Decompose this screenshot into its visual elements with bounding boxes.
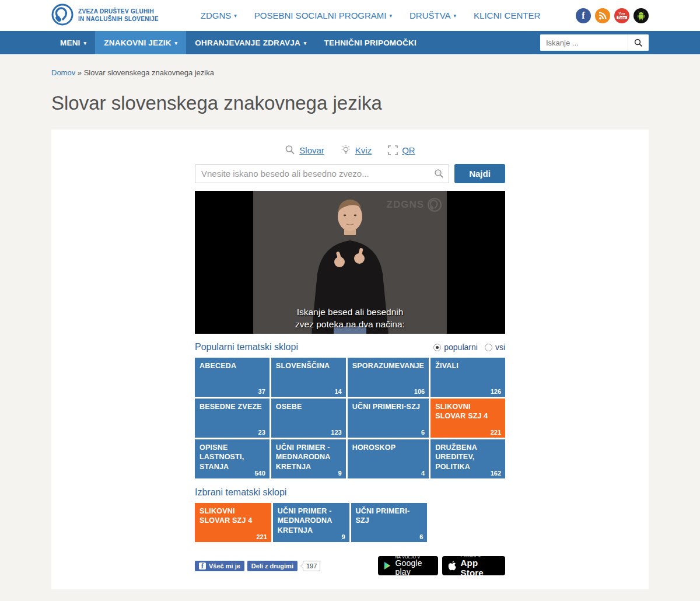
category-tile-ucni-primeri-szj[interactable]: UČNI PRIMERI-SZJ 6 bbox=[348, 399, 429, 438]
nav-item-tehnicni-pripomocki[interactable]: TEHNIČNI PRIPOMOČKI bbox=[316, 31, 425, 54]
tile-count: 23 bbox=[258, 429, 265, 436]
tile-count: 14 bbox=[334, 388, 341, 395]
tile-count: 123 bbox=[331, 429, 341, 436]
caret-down-icon: ▾ bbox=[454, 13, 457, 19]
caret-down-icon: ▾ bbox=[175, 41, 178, 46]
popular-section-title: Popularni tematski sklopi bbox=[195, 342, 298, 352]
tile-count: 37 bbox=[258, 388, 265, 395]
caret-down-icon: ▾ bbox=[84, 41, 87, 46]
breadcrumb-home-link[interactable]: Domov bbox=[51, 68, 75, 77]
site-search bbox=[540, 31, 649, 54]
top-nav: ZDGNS▾ POSEBNI SOCIALNI PROGRAMI▾ DRUŠTV… bbox=[201, 11, 541, 20]
top-nav-drustva[interactable]: DRUŠTVA▾ bbox=[410, 11, 456, 20]
category-tile-besedne-zveze[interactable]: BESEDNE ZVEZE 23 bbox=[195, 399, 270, 438]
bulb-icon bbox=[341, 145, 351, 155]
category-tile-opisne-lastnosti[interactable]: OPISNE LASTNOSTI, STANJA 540 bbox=[195, 439, 270, 478]
tile-count: 106 bbox=[414, 388, 425, 395]
app-store-badges: NA VOLJO V Google play Prenos iz App Sto… bbox=[378, 556, 505, 575]
facebook-share-button[interactable]: Deli z drugimi bbox=[247, 561, 298, 571]
breadcrumb: Domov » Slovar slovenskega znakovnega je… bbox=[51, 54, 649, 77]
search-icon bbox=[285, 145, 295, 155]
nav-item-meni[interactable]: MENI▾ bbox=[51, 31, 95, 54]
tile-count: 126 bbox=[491, 388, 501, 395]
app-store-badge[interactable]: Prenos iz App Store bbox=[442, 556, 505, 575]
tile-count: 540 bbox=[255, 470, 265, 477]
tile-count: 221 bbox=[491, 429, 501, 436]
caret-down-icon: ▾ bbox=[234, 13, 237, 19]
qr-icon bbox=[388, 145, 398, 155]
caret-down-icon: ▾ bbox=[304, 41, 307, 46]
category-tile-ucni-primer-mednarodna[interactable]: UČNI PRIMER - MEDNARODNA KRETNJA 9 bbox=[271, 439, 346, 478]
tile-count: 9 bbox=[341, 533, 345, 540]
video-subtitles: Iskanje besed ali besednih zvez poteka n… bbox=[195, 306, 505, 331]
social-icons: f You Tube bbox=[576, 8, 649, 23]
category-tile-druzbena-ureditev[interactable]: DRUŽBENA UREDITEV, POLITIKA 162 bbox=[430, 439, 505, 478]
tile-count: 221 bbox=[256, 533, 267, 540]
selected-section-title: Izbrani tematski sklopi bbox=[195, 487, 286, 498]
tile-count: 6 bbox=[421, 429, 425, 436]
selected-tile-slikovni-slovar-szj4[interactable]: SLIKOVNI SLOVAR SZJ 4 221 bbox=[195, 503, 271, 542]
zdgns-logo[interactable]: ZVEZA DRUŠTEV GLUHIH IN NAGLUŠNIH SLOVEN… bbox=[51, 4, 159, 28]
find-button[interactable]: Najdi bbox=[454, 164, 505, 183]
facebook-like-count: 197 bbox=[303, 561, 320, 571]
logo-text: ZVEZA DRUŠTEV GLUHIH IN NAGLUŠNIH SLOVEN… bbox=[78, 8, 159, 23]
category-tile-sporazumevanje[interactable]: SPORAZUMEVANJE 106 bbox=[348, 358, 429, 397]
dictionary-search: Najdi bbox=[195, 164, 505, 183]
popular-tiles-grid: ABECEDA 37 SLOVENŠČINA 14 SPORAZUMEVANJE… bbox=[195, 358, 505, 478]
content-card: Slovar Kviz bbox=[51, 130, 649, 589]
category-tile-slovenscina[interactable]: SLOVENŠČINA 14 bbox=[271, 358, 346, 397]
rss-icon[interactable] bbox=[595, 8, 610, 23]
tile-filter-radios: popularni vsi bbox=[433, 343, 505, 352]
main-navbar: MENI▾ ZNAKOVNI JEZIK▾ OHRANJEVANJE ZDRAV… bbox=[0, 31, 700, 54]
apple-icon bbox=[448, 560, 456, 571]
youtube-icon[interactable]: You Tube bbox=[614, 8, 629, 23]
sign-language-video[interactable]: ZDGNS Iskanje besed ali besednih zvez po… bbox=[195, 191, 505, 334]
selected-tile-ucni-primeri-szj[interactable]: UČNI PRIMERI-SZJ 6 bbox=[351, 503, 428, 542]
tile-count: 6 bbox=[419, 533, 423, 540]
facebook-icon: f bbox=[199, 562, 206, 569]
category-tile-zivali[interactable]: ŽIVALI 126 bbox=[430, 358, 505, 397]
tab-slovar[interactable]: Slovar bbox=[285, 145, 324, 155]
top-nav-zdgns[interactable]: ZDGNS▾ bbox=[201, 11, 237, 20]
tab-qr[interactable]: QR bbox=[388, 145, 415, 155]
breadcrumb-current: Slovar slovenskega znakovnega jezika bbox=[84, 68, 214, 77]
nav-item-ohranjevanje-zdravja[interactable]: OHRANJEVANJE ZDRAVJA▾ bbox=[186, 31, 315, 54]
facebook-like-button[interactable]: f Všeč mi je bbox=[195, 561, 244, 571]
google-play-icon bbox=[384, 561, 391, 571]
top-nav-klicni-center[interactable]: KLICNI CENTER bbox=[474, 11, 540, 20]
category-tile-horoskop[interactable]: HOROSKOP 4 bbox=[348, 439, 429, 478]
radio-popularni[interactable]: popularni bbox=[433, 343, 478, 352]
ear-logo-icon bbox=[51, 4, 74, 28]
nav-item-znakovni-jezik[interactable]: ZNAKOVNI JEZIK▾ bbox=[95, 31, 186, 54]
top-nav-posebni-socialni-programi[interactable]: POSEBNI SOCIALNI PROGRAMI▾ bbox=[254, 11, 392, 20]
category-tile-slikovni-slovar-szj4[interactable]: SLIKOVNI SLOVAR SZJ 4 221 bbox=[430, 399, 505, 438]
tab-kviz[interactable]: Kviz bbox=[341, 145, 372, 155]
search-icon bbox=[434, 169, 444, 181]
selected-tile-ucni-primer-mednarodna[interactable]: UČNI PRIMER - MEDNARODNA KRETNJA 9 bbox=[273, 503, 349, 542]
facebook-icon[interactable]: f bbox=[576, 8, 591, 23]
dictionary-tabs: Slovar Kviz bbox=[195, 145, 505, 155]
dictionary-search-input[interactable] bbox=[195, 164, 449, 183]
radio-vsi[interactable]: vsi bbox=[485, 343, 505, 352]
radio-unselected-icon bbox=[485, 344, 492, 351]
google-play-badge[interactable]: NA VOLJO V Google play bbox=[378, 556, 438, 575]
page-title: Slovar slovenskega znakovnega jezika bbox=[51, 92, 649, 114]
selected-tiles-grid: SLIKOVNI SLOVAR SZJ 4 221 UČNI PRIMER - … bbox=[195, 503, 505, 542]
video-watermark: ZDGNS bbox=[387, 197, 443, 212]
category-tile-osebe[interactable]: OSEBE 123 bbox=[271, 399, 346, 438]
caret-down-icon: ▾ bbox=[389, 13, 392, 19]
facebook-buttons: f Všeč mi je Deli z drugimi 197 bbox=[195, 561, 320, 571]
breadcrumb-separator: » bbox=[78, 68, 82, 77]
tile-count: 4 bbox=[421, 470, 425, 477]
category-tile-abeceda[interactable]: ABECEDA 37 bbox=[195, 358, 270, 397]
tile-count: 9 bbox=[338, 470, 342, 477]
site-search-button[interactable] bbox=[628, 34, 649, 51]
android-icon[interactable] bbox=[634, 8, 649, 23]
ear-logo-icon bbox=[427, 197, 442, 212]
radio-selected-icon bbox=[433, 344, 441, 351]
site-search-input[interactable] bbox=[540, 34, 628, 51]
tile-count: 162 bbox=[491, 470, 501, 477]
search-icon bbox=[634, 39, 643, 47]
top-header: ZVEZA DRUŠTEV GLUHIH IN NAGLUŠNIH SLOVEN… bbox=[0, 0, 700, 31]
